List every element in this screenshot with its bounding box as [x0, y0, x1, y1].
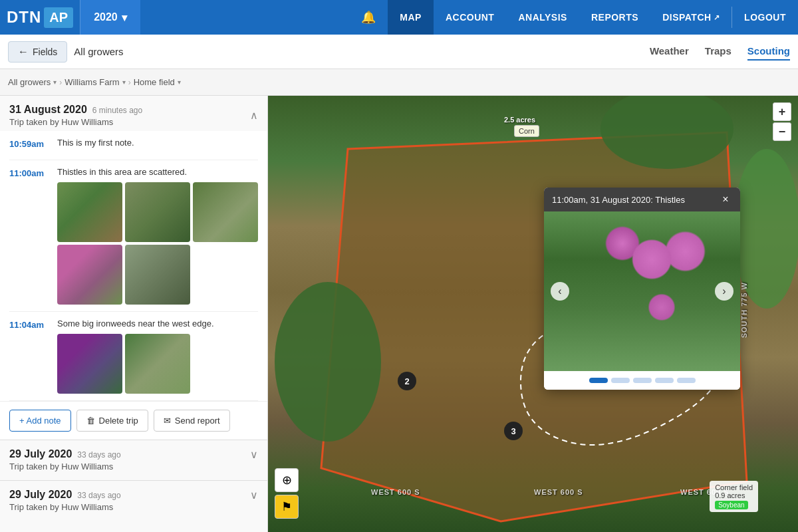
trip-date-row-1: 31 August 2020 6 minutes ago: [9, 104, 142, 116]
top-nav: DTN AP 2020 ▾ 🔔 MAP ACCOUNT ANALYSIS REP…: [0, 0, 798, 35]
logo-area: DTN AP: [0, 0, 80, 35]
breadcrumb-home-field-label: Home field: [134, 77, 175, 87]
breadcrumb-williams-farm-arrow: ▾: [122, 78, 126, 86]
note-images-1100: [57, 182, 258, 305]
ironweed-image-1[interactable]: [57, 334, 122, 394]
older-trip-date-2: 29 July 2020: [9, 489, 72, 501]
tab-scouting[interactable]: Scouting: [747, 43, 790, 61]
trip-date-1: 31 August 2020: [9, 104, 87, 116]
image-carousel: 11:00am, 31 August 2020: Thistles × ‹ ›: [544, 188, 740, 390]
send-report-button[interactable]: ✉ Send report: [154, 410, 230, 432]
older-trip-ago-1: 33 days ago: [77, 450, 120, 460]
ironweed-image-2[interactable]: [125, 334, 190, 394]
older-trip-1[interactable]: 29 July 2020 33 days ago Trip taken by H…: [0, 440, 267, 480]
thistle-image-2[interactable]: [125, 182, 190, 242]
all-growers-label: All growers: [74, 46, 123, 57]
send-report-label: Send report: [175, 416, 220, 426]
road-label-south-775w: SOUTH 775 W: [740, 282, 748, 338]
nav-logout[interactable]: LOGOUT: [732, 0, 798, 35]
main-area: 31 August 2020 6 minutes ago Trip taken …: [0, 96, 798, 532]
locate-me-button[interactable]: ⊕: [275, 468, 299, 492]
breadcrumb-home-field[interactable]: Home field ▾: [134, 77, 181, 87]
logo-ap: AP: [44, 7, 73, 28]
carousel-close-button[interactable]: ×: [719, 193, 732, 206]
thistle-image-3[interactable]: [193, 182, 258, 242]
trash-icon: 🗑: [86, 416, 95, 426]
nav-reports[interactable]: REPORTS: [579, 0, 650, 35]
zoom-in-button[interactable]: +: [773, 102, 791, 121]
zoom-out-button[interactable]: −: [773, 122, 791, 141]
trip-header-left-1: 31 August 2020 6 minutes ago Trip taken …: [9, 104, 142, 127]
trip-section-1: 31 August 2020 6 minutes ago Trip taken …: [0, 96, 267, 440]
older-trip-by-2: Trip taken by Huw Williams: [9, 502, 113, 512]
delete-trip-button[interactable]: 🗑 Delete trip: [76, 410, 148, 432]
trip-notes-area-1: 10:59am This is my first note. 11:00am T…: [0, 131, 267, 401]
older-trip-expand-2: ∨: [250, 489, 258, 501]
breadcrumb-all-growers-arrow: ▾: [53, 78, 57, 86]
svg-point-1: [275, 282, 381, 442]
add-note-label: + Add note: [19, 416, 61, 426]
carousel-dot-5[interactable]: [677, 378, 696, 383]
carousel-dot-1[interactable]: [589, 378, 608, 383]
map-bottom-icons: ⊕ ⚑: [275, 468, 299, 519]
nav-analysis[interactable]: ANALYSIS: [506, 0, 579, 35]
note-time-1059: 10:59am: [9, 138, 49, 149]
road-label-west-600s-2: WEST 600 S: [534, 488, 583, 496]
map-controls: + −: [773, 102, 791, 141]
tab-weather[interactable]: Weather: [650, 43, 689, 61]
older-trip-2[interactable]: 29 July 2020 33 days ago Trip taken by H…: [0, 480, 267, 521]
year-selector[interactable]: 2020 ▾: [80, 0, 140, 35]
delete-trip-label: Delete trip: [99, 416, 138, 426]
breadcrumb-sep2: ›: [128, 78, 131, 87]
nav-account[interactable]: ACCOUNT: [434, 0, 507, 35]
map-area[interactable]: 2.5 acres Corn 1 2 3 WEST 600 S WEST 600…: [268, 96, 798, 532]
subheader: ← Fields All growers Weather Traps Scout…: [0, 35, 798, 69]
trip-collapse-icon-1: ∧: [250, 109, 258, 122]
notification-bell[interactable]: 🔔: [349, 0, 388, 35]
scout-marker-2[interactable]: 2: [398, 372, 416, 390]
nav-map[interactable]: MAP: [388, 0, 434, 35]
subheader-tabs: Weather Traps Scouting: [650, 43, 790, 61]
thistle-image-4[interactable]: [57, 245, 122, 305]
trip-by-1: Trip taken by Huw Williams: [9, 117, 142, 127]
carousel-dot-4[interactable]: [655, 378, 674, 383]
map-flag-button[interactable]: ⚑: [275, 495, 299, 519]
breadcrumb-williams-farm[interactable]: Williams Farm ▾: [65, 77, 125, 87]
tab-traps[interactable]: Traps: [705, 43, 732, 61]
note-content-1100: Thistles in this area are scattered.: [57, 167, 258, 305]
breadcrumb-sep1: ›: [59, 78, 62, 87]
trip-header-1[interactable]: 31 August 2020 6 minutes ago Trip taken …: [0, 96, 267, 131]
nav-dispatch[interactable]: DISPATCH: [650, 0, 732, 35]
note-content-1104: Some big ironweeds near the west edge.: [57, 319, 258, 394]
note-text-1059: This is my first note.: [57, 138, 258, 148]
note-row-1059: 10:59am This is my first note.: [9, 131, 258, 160]
add-note-button[interactable]: + Add note: [9, 410, 71, 432]
breadcrumb-all-growers[interactable]: All growers ▾: [8, 77, 57, 87]
breadcrumb-all-growers-label: All growers: [8, 77, 51, 87]
carousel-next-button[interactable]: ›: [715, 282, 733, 301]
send-icon: ✉: [164, 416, 171, 426]
back-to-fields-button[interactable]: ← Fields: [8, 41, 67, 63]
note-images-1104: [57, 334, 190, 394]
road-label-west-600s-1: WEST 600 S: [371, 488, 420, 496]
back-arrow-icon: ←: [18, 46, 29, 58]
fields-label: Fields: [33, 47, 57, 57]
left-panel: 31 August 2020 6 minutes ago Trip taken …: [0, 96, 268, 532]
note-content-1059: This is my first note.: [57, 138, 258, 153]
breadcrumb: All growers ▾ › Williams Farm ▾ › Home f…: [0, 69, 798, 96]
carousel-header: 11:00am, 31 August 2020: Thistles ×: [544, 188, 740, 211]
thistle-image-1[interactable]: [57, 182, 122, 242]
older-trip-ago-2: 33 days ago: [77, 491, 120, 500]
thistle-image-5[interactable]: [125, 245, 190, 305]
breadcrumb-williams-farm-label: Williams Farm: [65, 77, 119, 87]
trip-actions-1: + Add note 🗑 Delete trip ✉ Send report: [0, 401, 267, 440]
carousel-dot-3[interactable]: [633, 378, 652, 383]
older-trip-expand-1: ∨: [250, 448, 258, 461]
older-trip-date-row-1: 29 July 2020 33 days ago: [9, 448, 121, 460]
scout-marker-3[interactable]: 3: [504, 422, 523, 440]
carousel-prev-button[interactable]: ‹: [551, 282, 569, 301]
carousel-dot-2[interactable]: [611, 378, 630, 383]
carousel-title: 11:00am, 31 August 2020: Thistles: [552, 195, 685, 205]
corner-field-name: Corner field: [715, 483, 753, 491]
nav-links: MAP ACCOUNT ANALYSIS REPORTS DISPATCH LO…: [388, 0, 798, 35]
